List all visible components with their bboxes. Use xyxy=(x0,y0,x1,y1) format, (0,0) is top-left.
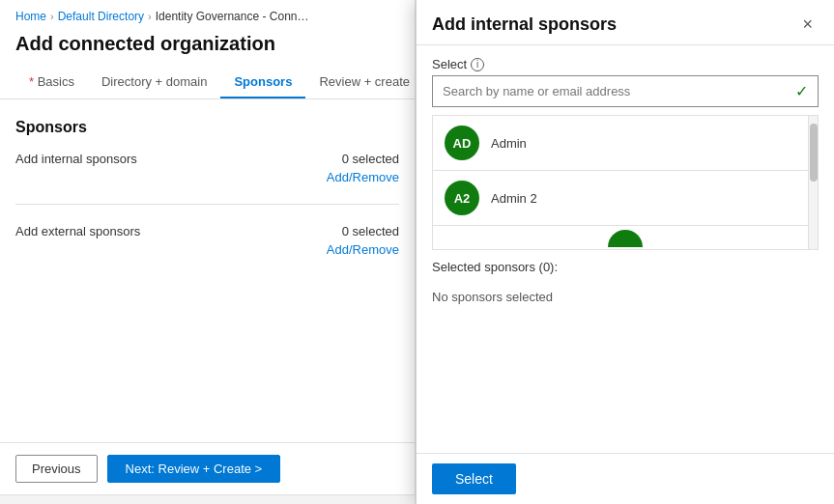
scrollbar-thumb xyxy=(810,124,818,182)
partial-avatar-indicator xyxy=(433,226,818,249)
bottom-scrollbar xyxy=(0,494,415,504)
breadcrumb: Home › Default Directory › Identity Gove… xyxy=(0,0,415,29)
close-button[interactable]: × xyxy=(796,14,819,35)
external-sponsors-right: 0 selected Add/Remove xyxy=(327,224,399,257)
internal-sponsors-label: Add internal sponsors xyxy=(15,152,151,166)
user-item-admin2[interactable]: A2 Admin 2 xyxy=(433,171,818,226)
tab-basics[interactable]: Basics xyxy=(15,67,88,98)
modal-title: Add internal sponsors xyxy=(432,14,617,35)
breadcrumb-home[interactable]: Home xyxy=(15,10,46,23)
footer-actions: Previous Next: Review + Create > xyxy=(0,442,415,494)
select-text: Select xyxy=(432,57,467,71)
breadcrumb-sep-2: › xyxy=(148,11,152,22)
breadcrumb-directory[interactable]: Default Directory xyxy=(58,10,144,23)
select-button[interactable]: Select xyxy=(432,463,516,494)
selected-sponsors-label: Selected sponsors (0): xyxy=(432,260,819,274)
external-sponsors-count: 0 selected xyxy=(327,224,399,238)
search-wrapper: ✓ xyxy=(432,75,819,107)
section-title: Sponsors xyxy=(15,119,399,136)
user-name-admin: Admin xyxy=(491,136,527,151)
internal-sponsors-count: 0 selected xyxy=(327,152,399,166)
modal-footer: Select xyxy=(417,453,834,504)
internal-sponsors-row: Add internal sponsors 0 selected Add/Rem… xyxy=(15,152,399,184)
info-icon[interactable]: i xyxy=(471,58,484,71)
no-sponsors-text: No sponsors selected xyxy=(432,282,819,312)
search-check-icon: ✓ xyxy=(786,76,818,106)
external-sponsors-label: Add external sponsors xyxy=(15,224,151,238)
content-area: Sponsors Add internal sponsors 0 selecte… xyxy=(0,99,415,442)
tab-sponsors[interactable]: Sponsors xyxy=(220,67,305,98)
tab-directory-domain[interactable]: Directory + domain xyxy=(88,67,220,98)
page-title: Add connected organization xyxy=(0,29,415,67)
internal-add-remove-link[interactable]: Add/Remove xyxy=(327,170,399,184)
tab-review-create[interactable]: Review + create xyxy=(305,67,423,98)
tabs-container: Basics Directory + domain Sponsors Revie… xyxy=(0,67,415,99)
modal-body: Select i ✓ AD Admin A2 Admin 2 Selec xyxy=(417,45,834,453)
previous-button[interactable]: Previous xyxy=(15,455,98,483)
user-item-admin[interactable]: AD Admin xyxy=(433,116,818,171)
user-list: AD Admin A2 Admin 2 xyxy=(432,115,819,250)
sponsors-divider xyxy=(15,204,399,205)
modal-header: Add internal sponsors × xyxy=(417,0,834,45)
external-sponsors-row: Add external sponsors 0 selected Add/Rem… xyxy=(15,224,399,257)
left-panel: Home › Default Directory › Identity Gove… xyxy=(0,0,416,504)
select-label: Select i xyxy=(432,57,819,71)
list-scrollbar[interactable] xyxy=(808,116,818,249)
next-button[interactable]: Next: Review + Create > xyxy=(107,455,281,483)
user-name-admin2: Admin 2 xyxy=(491,191,537,206)
avatar-admin: AD xyxy=(445,126,479,160)
external-add-remove-link[interactable]: Add/Remove xyxy=(327,242,399,257)
avatar-admin2: A2 xyxy=(445,181,479,215)
internal-sponsors-right: 0 selected Add/Remove xyxy=(327,152,399,184)
search-input[interactable] xyxy=(433,78,786,104)
half-avatar xyxy=(608,230,643,247)
breadcrumb-sep-1: › xyxy=(50,11,54,22)
breadcrumb-governance: Identity Governance - Connected organ xyxy=(156,10,310,23)
modal-overlay: Add internal sponsors × Select i ✓ AD Ad… xyxy=(416,0,834,504)
selected-area: Selected sponsors (0): No sponsors selec… xyxy=(432,260,819,441)
